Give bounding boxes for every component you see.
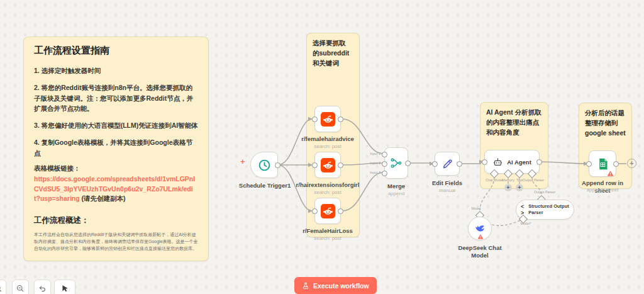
input-port[interactable]	[312, 116, 318, 122]
input-port[interactable]	[482, 159, 487, 165]
warning-icon	[607, 168, 614, 179]
zoom-out-button[interactable]	[12, 280, 29, 294]
node-label-reddit3: r/FemaleHairLoss	[303, 227, 353, 235]
zoom-out-icon	[16, 284, 25, 293]
add-tool-button[interactable]: +	[516, 184, 523, 191]
input-port[interactable]	[312, 208, 318, 214]
input-port[interactable]	[312, 162, 318, 168]
node-label-reddit2: r/hairextensionsforgirl	[296, 181, 360, 189]
merge-input1-label: Input 1	[370, 152, 380, 155]
flask-icon	[302, 282, 309, 290]
reddit-icon	[321, 158, 335, 172]
output-port[interactable]	[536, 159, 542, 165]
undo-icon	[38, 284, 47, 293]
template-link-suffix: (请先创建副本)	[80, 195, 126, 202]
execute-workflow-button[interactable]: Execute workflow	[294, 277, 377, 294]
node-sublabel-edit-fields: manual	[439, 188, 455, 193]
deepseek-model-port-label: Model	[472, 206, 481, 210]
input-port-3[interactable]	[382, 171, 387, 176]
output-port[interactable]	[338, 116, 343, 122]
cursor-icon	[60, 284, 70, 293]
output-port[interactable]	[457, 161, 462, 167]
output-parser-port-label: Output Parser	[523, 178, 544, 182]
output-port[interactable]	[338, 208, 343, 214]
reddit-icon	[321, 112, 335, 127]
node-reddit-femalehairadvice[interactable]	[314, 106, 341, 132]
pencil-icon	[441, 158, 453, 170]
ai-agent-node-title: AI Agent	[507, 159, 531, 166]
template-link-label: 表格模板链接：	[34, 164, 198, 173]
zoom-in-button[interactable]	[0, 280, 6, 294]
parser-top-port-label: Output Parser	[534, 190, 555, 194]
zoom-in-icon	[0, 284, 3, 293]
sticky-reddit-text: 选择要抓取 的subreddit 和关键词	[307, 33, 359, 73]
warning-icon	[477, 231, 484, 242]
overview-title: 工作流程概述：	[34, 215, 198, 226]
node-label-merge: Merge	[387, 183, 405, 190]
guide-step-3: 3. 将您偏好使用的大语言模型(LLM)凭证连接到AI智能体	[34, 120, 198, 130]
guide-step-1: 1. 选择定时触发器时间	[34, 65, 198, 76]
memory-port-label: Memory	[502, 178, 514, 182]
chat-model-port-label: Chat Model	[486, 178, 503, 182]
node-label-schedule: Schedule Trigger1	[239, 182, 291, 189]
reddit-icon	[321, 204, 335, 218]
input-port[interactable]	[586, 161, 592, 167]
node-label-reddit1: r/femalehairadvice	[301, 135, 353, 143]
overview-text: 本工作流程会自动从您选择的Reddit子版块和关键词中抓取最新帖子，通过AI分析…	[34, 231, 198, 252]
template-link-block: https://docs.google.com/spreadsheets/d/1…	[34, 174, 198, 204]
undo-button[interactable]	[34, 280, 51, 294]
add-memory-button[interactable]: +	[504, 184, 512, 191]
parser-model-port-label: Model*	[520, 222, 531, 225]
node-edit-fields[interactable]	[435, 152, 460, 176]
node-reddit-femalehairloss[interactable]	[314, 198, 341, 224]
node-sublabel-reddit3: search: post	[314, 235, 341, 241]
sticky-note-setup-guide[interactable]: 工作流程设置指南 1. 选择定时触发器时间 2. 将您的Reddit账号连接到n…	[23, 37, 209, 261]
node-reddit-hairextensions[interactable]	[314, 152, 341, 178]
node-label-edit-fields: Edit Fields	[432, 179, 462, 187]
guide-step-4: 4. 复制Google表格模板，并将其连接到Google表格节点	[34, 137, 198, 158]
input-port[interactable]	[432, 161, 438, 167]
merge-input2-label: Input 2	[370, 161, 380, 165]
sticky-note-ai-agent[interactable]: AI Agent 分析抓取的内容整理出痛点和内容角度	[480, 102, 548, 189]
pointer-mode-button[interactable]	[54, 280, 75, 294]
node-sublabel-reddit2: search: post	[314, 189, 341, 195]
add-next-node-button[interactable]: +	[627, 159, 636, 168]
sticky-ai-text: AI Agent 分析抓取的内容整理出痛点和内容角度	[480, 103, 548, 142]
node-sublabel-reddit1: search: post	[314, 144, 341, 149]
node-deepseek-chat-model[interactable]	[468, 217, 492, 240]
robot-icon	[492, 157, 503, 167]
add-node-plus-indicator[interactable]: +	[240, 157, 245, 166]
node-append-row-in-sheet[interactable]	[589, 150, 616, 177]
node-sublabel-sheets: append: sheet	[587, 187, 619, 193]
parser-node-title: Structured Output Parser	[528, 203, 569, 216]
guide-title: 工作流程设置指南	[34, 45, 198, 57]
output-port[interactable]	[338, 162, 343, 168]
output-port[interactable]	[405, 161, 411, 166]
merge-icon	[390, 157, 402, 169]
node-merge[interactable]	[384, 147, 408, 179]
clock-icon	[258, 159, 271, 172]
guide-step-2: 2. 将您的Reddit账号连接到n8n平台。选择您要抓取的子版块及关键词。注：…	[34, 82, 198, 113]
input-port-1[interactable]	[382, 152, 387, 157]
execute-workflow-label: Execute workflow	[313, 282, 369, 290]
input-port-2[interactable]	[382, 161, 387, 167]
node-sublabel-merge: append	[388, 191, 405, 196]
output-port[interactable]	[613, 161, 619, 167]
output-port[interactable]	[275, 162, 280, 168]
node-label-deepseek: DeepSeek Chat Model	[458, 244, 501, 260]
sticky-sheet-text: 分析后的话题 整理存储到 google sheet	[579, 103, 631, 143]
merge-input3-label: Input 3	[370, 171, 380, 174]
workflow-canvas[interactable]: 工作流程设置指南 1. 选择定时触发器时间 2. 将您的Reddit账号连接到n…	[0, 0, 644, 294]
node-schedule-trigger[interactable]	[250, 152, 278, 178]
tool-port-label: Tool	[516, 178, 523, 182]
